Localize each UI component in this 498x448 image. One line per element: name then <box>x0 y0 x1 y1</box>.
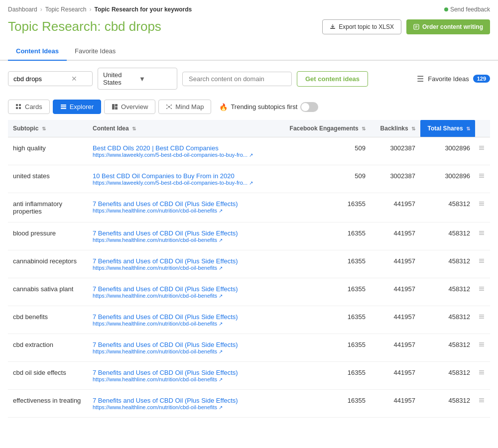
content-title[interactable]: 10 Best CBD Oil Companies to Buy From in… <box>93 172 280 180</box>
svg-rect-9 <box>112 104 115 110</box>
content-title[interactable]: Best CBD Oils 2020 | Best CBD Companies <box>93 144 280 152</box>
domain-search-input[interactable] <box>182 72 292 86</box>
row-menu-icon[interactable] <box>478 397 485 404</box>
row-action-cell[interactable] <box>475 306 490 334</box>
row-menu-icon[interactable] <box>478 341 485 348</box>
breadcrumb-dashboard[interactable]: Dashboard <box>8 6 37 13</box>
svg-line-17 <box>167 106 168 107</box>
fb-engagements-cell: 16355 <box>285 223 371 250</box>
order-writing-button[interactable]: Order content writing <box>406 19 490 34</box>
row-menu-icon[interactable] <box>478 285 485 292</box>
external-link-icon[interactable]: ↗ <box>219 237 223 243</box>
subtopic-cell: cbd oil side effects <box>8 362 88 390</box>
breadcrumb-topic-research[interactable]: Topic Research <box>45 6 87 13</box>
external-link-icon[interactable]: ↗ <box>219 321 223 327</box>
row-menu-icon[interactable] <box>478 313 485 320</box>
row-menu-icon[interactable] <box>478 369 485 376</box>
content-url[interactable]: https://www.healthline.com/nutrition/cbd… <box>93 208 280 214</box>
get-content-ideas-button[interactable]: Get content ideas <box>297 71 368 87</box>
row-action-cell[interactable] <box>475 390 490 418</box>
content-url[interactable]: https://www.healthline.com/nutrition/cbd… <box>93 404 280 410</box>
svg-rect-45 <box>479 370 484 371</box>
col-header-content-idea[interactable]: Content Idea ⇅ <box>88 120 285 137</box>
content-url[interactable]: https://www.laweekly.com/5-best-cbd-oil-… <box>93 152 280 158</box>
external-link-icon[interactable]: ↗ <box>219 349 223 354</box>
backlinks-cell: 441957 <box>371 193 420 223</box>
content-url[interactable]: https://www.healthline.com/nutrition/cbd… <box>93 376 280 382</box>
row-action-cell[interactable] <box>475 193 490 223</box>
external-link-icon[interactable]: ↗ <box>219 405 223 410</box>
row-action-cell[interactable] <box>475 165 490 193</box>
external-link-icon[interactable]: ↗ <box>249 180 253 186</box>
col-header-subtopic[interactable]: Subtopic ⇅ <box>8 120 88 137</box>
svg-rect-3 <box>19 104 21 106</box>
svg-rect-46 <box>479 372 484 373</box>
content-title[interactable]: 7 Benefits and Uses of CBD Oil (Plus Sid… <box>93 313 280 321</box>
tab-content-ideas[interactable]: Content Ideas <box>8 42 67 61</box>
total-shares-cell: 458312 <box>420 390 475 418</box>
external-link-icon[interactable]: ↗ <box>219 265 223 271</box>
content-title[interactable]: 7 Benefits and Uses of CBD Oil (Plus Sid… <box>93 229 280 237</box>
content-title[interactable]: 7 Benefits and Uses of CBD Oil (Plus Sid… <box>93 369 280 376</box>
svg-rect-36 <box>479 287 484 288</box>
total-shares-cell: 458312 <box>420 223 475 250</box>
svg-rect-38 <box>479 290 484 291</box>
content-title[interactable]: 7 Benefits and Uses of CBD Oil (Plus Sid… <box>93 341 280 348</box>
total-shares-cell: 458312 <box>420 334 475 362</box>
row-action-cell[interactable] <box>475 334 490 362</box>
feedback-link[interactable]: Send feedback <box>450 6 490 13</box>
mindmap-view-button[interactable]: Mind Map <box>158 100 211 114</box>
tab-favorite-ideas[interactable]: Favorite Ideas <box>67 42 124 61</box>
cards-view-button[interactable]: Cards <box>8 100 50 114</box>
external-link-icon[interactable]: ↗ <box>219 208 223 214</box>
country-dropdown[interactable]: United States ▼ <box>98 68 177 90</box>
results-table: Subtopic ⇅ Content Idea ⇅ Facebook Engag… <box>8 120 490 418</box>
svg-rect-2 <box>16 104 18 106</box>
col-header-fb[interactable]: Facebook Engagements ⇅ <box>285 120 371 137</box>
mindmap-label: Mind Map <box>175 103 204 111</box>
row-action-cell[interactable] <box>475 278 490 306</box>
subtopic-cell: cannabinoid receptors <box>8 250 88 278</box>
col-header-backlinks[interactable]: Backlinks ⇅ <box>371 120 420 137</box>
subtopic-cell: united states <box>8 165 88 193</box>
row-action-cell[interactable] <box>475 250 490 278</box>
content-url[interactable]: https://www.healthline.com/nutrition/cbd… <box>93 348 280 354</box>
svg-rect-6 <box>61 105 66 106</box>
content-url[interactable]: https://www.healthline.com/nutrition/cbd… <box>93 321 280 327</box>
clear-keyword-button[interactable]: ✕ <box>71 75 77 83</box>
svg-line-20 <box>170 108 171 109</box>
row-action-cell[interactable] <box>475 362 490 390</box>
svg-rect-10 <box>115 104 118 107</box>
external-link-icon[interactable]: ↗ <box>219 293 223 299</box>
favorite-ideas-button[interactable]: ☰ Favorite Ideas 129 <box>417 74 490 84</box>
overview-view-button[interactable]: Overview <box>104 100 155 114</box>
content-title[interactable]: 7 Benefits and Uses of CBD Oil (Plus Sid… <box>93 285 280 293</box>
col-header-actions <box>475 120 490 137</box>
content-url[interactable]: https://www.healthline.com/nutrition/cbd… <box>93 293 280 299</box>
row-action-cell[interactable] <box>475 137 490 165</box>
content-title[interactable]: 7 Benefits and Uses of CBD Oil (Plus Sid… <box>93 257 280 265</box>
content-title[interactable]: 7 Benefits and Uses of CBD Oil (Plus Sid… <box>93 397 280 404</box>
svg-rect-11 <box>115 107 118 110</box>
content-title[interactable]: 7 Benefits and Uses of CBD Oil (Plus Sid… <box>93 200 280 208</box>
content-url[interactable]: https://www.healthline.com/nutrition/cbd… <box>93 265 280 271</box>
row-menu-icon[interactable] <box>478 172 485 179</box>
keyword-input[interactable] <box>13 75 68 83</box>
external-link-icon[interactable]: ↗ <box>249 152 253 158</box>
explorer-view-button[interactable]: Explorer <box>53 100 101 114</box>
svg-rect-24 <box>479 174 484 175</box>
breadcrumb-sep1: › <box>40 6 42 13</box>
export-button[interactable]: Export topic to XLSX <box>322 19 401 34</box>
external-link-icon[interactable]: ↗ <box>219 377 223 382</box>
row-menu-icon[interactable] <box>478 144 485 151</box>
row-menu-icon[interactable] <box>478 229 485 236</box>
row-menu-icon[interactable] <box>478 257 485 264</box>
subtopic-cell: high quality <box>8 137 88 165</box>
trending-toggle[interactable] <box>300 102 318 112</box>
col-header-total-shares[interactable]: Total Shares ⇅ <box>420 120 475 137</box>
row-action-cell[interactable] <box>475 223 490 250</box>
row-menu-icon[interactable] <box>478 200 485 207</box>
content-url[interactable]: https://www.laweekly.com/5-best-cbd-oil-… <box>93 180 280 186</box>
content-url[interactable]: https://www.healthline.com/nutrition/cbd… <box>93 237 280 243</box>
svg-rect-40 <box>479 316 484 317</box>
